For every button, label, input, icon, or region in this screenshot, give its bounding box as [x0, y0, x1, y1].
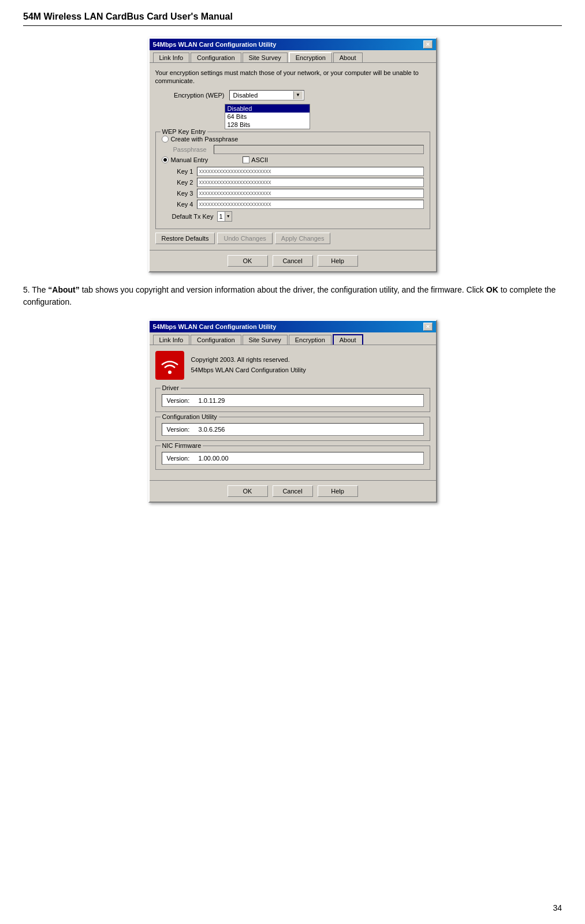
undo-changes-button[interactable]: Undo Changes: [217, 233, 272, 244]
wifi-logo-icon: [158, 354, 181, 377]
key2-row: Key 2: [162, 178, 424, 187]
create-passphrase-label: Create with Passphrase: [171, 136, 239, 143]
key3-label: Key 3: [162, 190, 193, 197]
dialog1-bottom-buttons: OK Cancel Help: [150, 250, 436, 271]
config-group-title: Configuration Utility: [161, 413, 219, 420]
config-version-box: Version: 3.0.6.256: [162, 423, 424, 436]
action-buttons: Restore Defaults Undo Changes Apply Chan…: [155, 233, 430, 244]
dropdown-option-128bits[interactable]: 128 Bits: [225, 121, 310, 129]
nic-version-label: Version:: [167, 455, 190, 462]
dialog1-tabs: Link Info Configuration Site Survey Encr…: [150, 50, 436, 62]
dialog2-tabs: Link Info Configuration Site Survey Encr…: [150, 332, 436, 345]
ascii-check: ASCII: [243, 156, 268, 163]
key1-label: Key 1: [162, 168, 193, 175]
dialog2-help-button[interactable]: Help: [318, 485, 358, 497]
default-tx-value: 1: [218, 213, 225, 220]
about-dialog: 54Mbps WLAN Card Configuration Utility ✕…: [148, 320, 437, 503]
dialog2-bottom-buttons: OK Cancel Help: [150, 480, 436, 502]
dialog1-title: 54Mbps WLAN Card Configuration Utility: [153, 41, 277, 48]
section5-about-bold: “About”: [48, 285, 79, 294]
section5-middle: tab shows you copyright and version info…: [80, 285, 486, 294]
nic-version-box: Version: 1.00.00.00: [162, 452, 424, 465]
ascii-label: ASCII: [251, 156, 268, 163]
tab-site-survey[interactable]: Site Survey: [243, 53, 288, 62]
dialog2-content: Copyright 2003. All rights reserved. 54M…: [150, 345, 436, 480]
encryption-notice: Your encryption settings must match thos…: [155, 69, 430, 85]
about-dialog-wrapper: 54Mbps WLAN Card Configuration Utility ✕…: [23, 320, 562, 503]
key1-input[interactable]: [197, 167, 424, 176]
passphrase-row: Passphrase: [162, 145, 424, 154]
config-version-group: Configuration Utility Version: 3.0.6.256: [155, 417, 430, 441]
key3-row: Key 3: [162, 189, 424, 198]
copyright-line1: Copyright 2003. All rights reserved.: [191, 355, 306, 365]
tab2-site-survey[interactable]: Site Survey: [243, 335, 288, 345]
dialog1-close-button[interactable]: ✕: [423, 40, 433, 48]
dialog1-ok-button[interactable]: OK: [228, 255, 268, 267]
dialog1-cancel-button[interactable]: Cancel: [273, 255, 313, 267]
passphrase-label: Passphrase: [173, 146, 214, 153]
encryption-wep-arrow[interactable]: ▼: [293, 91, 303, 99]
encryption-dropdown-list: Disabled 64 Bits 128 Bits: [225, 104, 310, 129]
encryption-dialog-wrapper: 54Mbps WLAN Card Configuration Utility ✕…: [23, 38, 562, 272]
key4-label: Key 4: [162, 201, 193, 208]
dropdown-option-64bits[interactable]: 64 Bits: [225, 113, 310, 121]
section5-ok-bold: OK: [486, 285, 498, 294]
about-logo: [155, 351, 184, 380]
svg-point-0: [168, 371, 172, 374]
tab-encryption[interactable]: Encryption: [289, 52, 332, 62]
nic-version-value: 1.00.00.00: [199, 455, 229, 462]
ascii-checkbox[interactable]: [243, 156, 249, 163]
apply-changes-button[interactable]: Apply Changes: [275, 233, 331, 244]
dialog1-help-button[interactable]: Help: [318, 255, 358, 267]
about-header: Copyright 2003. All rights reserved. 54M…: [155, 351, 430, 380]
passphrase-input[interactable]: [214, 145, 424, 154]
wep-group-title: WEP Key Entry: [161, 128, 208, 135]
copyright-line2: 54Mbps WLAN Card Configuration Utility: [191, 365, 306, 376]
manual-entry-row: Manual Entry ASCII: [162, 156, 424, 163]
driver-version-group: Driver Version: 1.0.11.29: [155, 388, 430, 412]
dialog2-title: 54Mbps WLAN Card Configuration Utility: [153, 323, 277, 330]
default-tx-label: Default Tx Key: [162, 213, 214, 220]
create-passphrase-radio[interactable]: [162, 136, 169, 143]
dialog1-titlebar: 54Mbps WLAN Card Configuration Utility ✕: [150, 39, 436, 50]
config-version-label: Version:: [167, 426, 190, 433]
tab2-encryption[interactable]: Encryption: [289, 335, 331, 345]
manual-entry-radio[interactable]: [162, 156, 169, 163]
key4-input[interactable]: [197, 200, 424, 209]
tab2-about[interactable]: About: [333, 334, 363, 345]
tab2-link-info[interactable]: Link Info: [153, 335, 190, 345]
about-header-text: Copyright 2003. All rights reserved. 54M…: [191, 355, 306, 375]
dropdown-option-disabled[interactable]: Disabled: [225, 104, 310, 113]
page-number: 34: [553, 903, 562, 912]
driver-version-box: Version: 1.0.11.29: [162, 394, 424, 407]
default-tx-arrow[interactable]: ▼: [225, 212, 232, 221]
dialog2-titlebar: 54Mbps WLAN Card Configuration Utility ✕: [150, 321, 436, 332]
encryption-wep-row: Encryption (WEP) Disabled ▼: [155, 90, 430, 100]
section5-text: 5. The “About” tab shows you copyright a…: [23, 284, 562, 308]
dialog1-content: Your encryption settings must match thos…: [150, 62, 436, 250]
manual-entry-label: Manual Entry: [171, 156, 208, 163]
restore-defaults-button[interactable]: Restore Defaults: [155, 233, 215, 244]
tab-link-info[interactable]: Link Info: [153, 53, 190, 62]
encryption-wep-value: Disabled: [231, 92, 260, 99]
section5-prefix: 5. The: [23, 285, 48, 294]
key4-row: Key 4: [162, 200, 424, 209]
key1-row: Key 1: [162, 167, 424, 176]
tab-configuration[interactable]: Configuration: [191, 53, 241, 62]
key2-input[interactable]: [197, 178, 424, 187]
wep-key-entry-group: WEP Key Entry Create with Passphrase Pas…: [155, 132, 430, 229]
encryption-dialog: 54Mbps WLAN Card Configuration Utility ✕…: [148, 38, 437, 272]
driver-version-label: Version:: [167, 397, 190, 404]
dialog2-close-button[interactable]: ✕: [423, 323, 433, 331]
key2-label: Key 2: [162, 179, 193, 186]
nic-version-group: NIC Firmware Version: 1.00.00.00: [155, 446, 430, 470]
dialog2-cancel-button[interactable]: Cancel: [273, 485, 313, 497]
default-tx-select[interactable]: 1 ▼: [217, 211, 232, 222]
tab-about[interactable]: About: [333, 53, 363, 62]
encryption-wep-select[interactable]: Disabled ▼: [229, 90, 304, 100]
tab2-configuration[interactable]: Configuration: [191, 335, 241, 345]
driver-version-value: 1.0.11.29: [199, 397, 225, 404]
default-tx-row: Default Tx Key 1 ▼: [162, 211, 424, 222]
key3-input[interactable]: [197, 189, 424, 198]
dialog2-ok-button[interactable]: OK: [228, 485, 268, 497]
